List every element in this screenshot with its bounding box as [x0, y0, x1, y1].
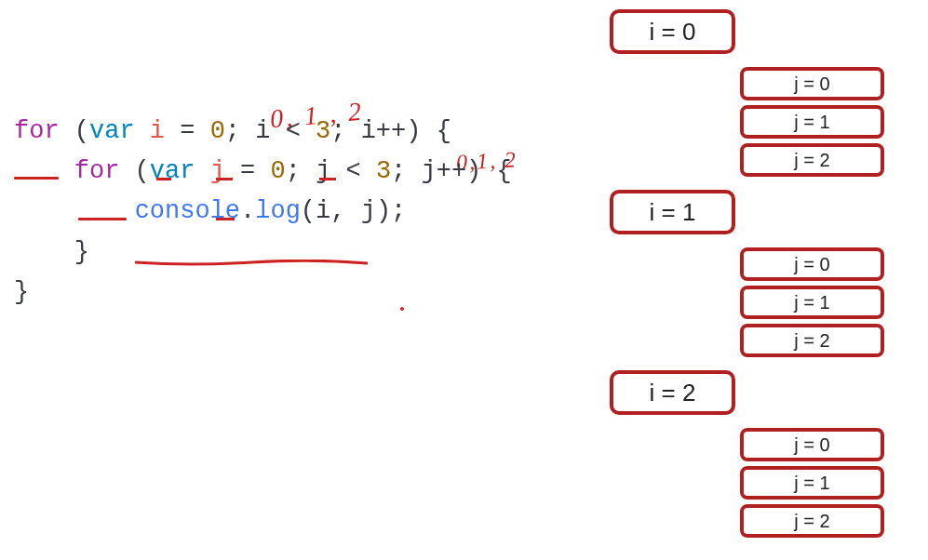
code-line-1: for (var i = 0; i < 3; i++) {	[14, 112, 512, 152]
log-method: log	[255, 197, 301, 225]
keyword-for-inner: for	[74, 157, 120, 185]
num-zero-outer: 0	[210, 117, 225, 145]
keyword-var-outer: var	[89, 117, 135, 145]
underline-for-inner-icon	[78, 218, 127, 220]
iteration-box-outer: i = 2	[610, 370, 735, 415]
keyword-for-outer: for	[14, 117, 60, 145]
code-line-3: console.log(i, j);	[14, 192, 512, 232]
iteration-box-inner: j = 1	[740, 286, 884, 319]
keyword-var-inner: var	[150, 157, 195, 185]
iteration-box-inner: j = 2	[740, 324, 884, 357]
code-block: for (var i = 0; i < 3; i++) { for (var j…	[14, 112, 512, 313]
underline-j-icon	[216, 218, 235, 220]
iteration-box-outer: i = 0	[610, 9, 735, 54]
num-three-outer: 3	[316, 117, 330, 145]
stray-dot-icon	[400, 307, 404, 311]
underline-i-icon	[156, 178, 171, 180]
ident-i: i	[150, 117, 165, 145]
code-line-5: }	[14, 273, 512, 313]
iteration-box-inner: j = 1	[740, 466, 884, 500]
iteration-box-outer: i = 1	[610, 190, 735, 234]
num-three-inner: 3	[376, 157, 391, 185]
iteration-box-inner: j = 2	[740, 504, 884, 538]
underline-zero-icon	[216, 178, 233, 180]
iteration-box-inner: j = 0	[740, 247, 884, 281]
iteration-box-inner: j = 0	[740, 428, 884, 461]
iteration-box-inner: j = 1	[740, 105, 884, 139]
iteration-box-inner: j = 0	[740, 67, 884, 100]
code-line-2: for (var j = 0; j < 3; j++) {	[14, 152, 512, 192]
iteration-box-inner: j = 2	[740, 143, 884, 177]
underline-console-log-icon	[135, 260, 368, 265]
underline-for-outer-icon	[14, 177, 59, 180]
iteration-diagram: i = 0 j = 0 j = 1 j = 2 i = 1 j = 0 j = …	[610, 9, 898, 542]
num-zero-inner: 0	[270, 157, 285, 185]
underline-three-icon	[319, 178, 336, 180]
console-object: console	[135, 197, 240, 225]
ident-j: j	[210, 157, 225, 185]
